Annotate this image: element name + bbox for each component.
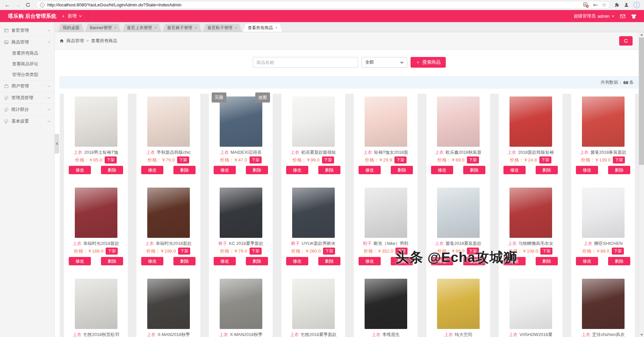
edit-button[interactable]: 修改	[69, 166, 91, 174]
edit-button[interactable]: 修改	[286, 166, 308, 174]
sidebar-subitem-category-types[interactable]: 管理分类类型	[0, 69, 54, 80]
tab[interactable]: 首页裤子管理 ×	[162, 24, 202, 32]
delete-button[interactable]: 删除	[101, 257, 123, 265]
edit-button[interactable]: 修改	[431, 166, 453, 174]
sidebar-subitem-all-products[interactable]: 查看所有商品	[0, 48, 54, 59]
sidebar-subitem-product-comments[interactable]: 查看商品评论	[0, 59, 54, 69]
refresh-button[interactable]	[619, 36, 633, 46]
product-name: 纯大空间	[455, 332, 472, 337]
back-icon[interactable]: ←	[4, 2, 11, 8]
complete-overlay-button[interactable]: 完善	[212, 92, 226, 103]
forward-icon[interactable]: →	[15, 2, 21, 8]
sidebar-collapse-handle[interactable]	[55, 134, 59, 153]
delete-button[interactable]: 删除	[246, 257, 268, 265]
product-image	[147, 188, 190, 238]
product-name: 乞牧2018夏季新款	[301, 332, 336, 337]
delete-button[interactable]: 删除	[101, 166, 123, 174]
edit-button[interactable]: 修改	[503, 166, 526, 174]
tab[interactable]: 首页上衣管理 ×	[122, 24, 161, 32]
reload-icon[interactable]	[25, 2, 32, 7]
delete-button[interactable]: 删除	[463, 257, 485, 265]
extensions-puzzle-icon[interactable]	[614, 2, 620, 8]
product-title: 上衣 X-MAN2018秋季	[219, 332, 262, 337]
bookmark-star-icon[interactable]: ☆	[602, 2, 606, 8]
delete-button[interactable]: 删除	[391, 166, 413, 174]
delete-button[interactable]: 删除	[318, 166, 340, 174]
edit-button[interactable]: 修改	[576, 257, 598, 265]
product-card: 上衣 X-MAN2018秋季 下架 修改 删除	[209, 276, 273, 337]
address-bar[interactable]: i http://localhost:8080/YaoLeGou/ht/Logi…	[36, 1, 610, 9]
password-key-icon[interactable]	[593, 2, 598, 8]
edit-button[interactable]: 修改	[359, 257, 381, 265]
edit-button[interactable]: 修改	[431, 257, 453, 265]
page-scrollbar[interactable]	[639, 32, 644, 337]
sidebar-item-home[interactable]: 首页管理	[0, 25, 54, 36]
delete-button[interactable]: 删除	[536, 257, 558, 265]
edit-button[interactable]: 修改	[286, 257, 308, 265]
product-tag: 上衣	[73, 150, 84, 155]
scroll-down-arrow-icon[interactable]	[639, 332, 644, 337]
tab[interactable]: Banner管理 ×	[85, 24, 121, 32]
delete-button[interactable]: 删除	[608, 257, 630, 265]
tab-label: Banner管理	[90, 25, 112, 31]
results-count: 68	[624, 80, 628, 85]
browser-menu-icon[interactable]: ⋮	[633, 2, 640, 8]
product-actions: 修改 删除	[426, 166, 490, 174]
sidebar-item-stats[interactable]: 统计部分	[0, 104, 54, 115]
scrollbar-thumb[interactable]	[639, 38, 644, 165]
product-name: 乞牧2018秋宽松羽	[83, 332, 119, 337]
mail-icon[interactable]	[620, 13, 626, 19]
sidebar-item-users[interactable]: 用户管理	[0, 80, 54, 92]
edit-button[interactable]: 修改	[69, 257, 91, 265]
delete-button[interactable]: 删除	[536, 166, 558, 174]
edit-button[interactable]: 修改	[576, 166, 598, 174]
product-card: 上衣 乞牧2018秋宽松羽 下架 修改 删除	[64, 276, 128, 337]
edit-button[interactable]: 修改	[503, 257, 526, 265]
tab[interactable]: 查看所有商品 ×	[243, 24, 282, 32]
category-select[interactable]: 全部	[362, 57, 407, 68]
edit-button[interactable]: 修改	[141, 257, 163, 265]
site-info-icon[interactable]: i	[40, 3, 45, 7]
tab[interactable]: 我的桌面	[58, 24, 84, 32]
product-title: 上衣 茵曼2018夏装新款	[435, 241, 482, 246]
results-count-prefix: 共有数据：	[601, 79, 623, 85]
delete-button[interactable]: 删除	[391, 257, 413, 265]
search-products-button[interactable]: ＋ 搜索商品	[411, 57, 446, 68]
product-title: 上衣 幸福时光2018新款	[145, 241, 192, 246]
edit-button[interactable]: 修改	[359, 166, 381, 174]
tab-close-icon[interactable]: ×	[235, 26, 237, 30]
delete-button[interactable]: 删除	[173, 166, 196, 174]
delete-button[interactable]: 删除	[608, 166, 630, 174]
results-count-suffix: 条	[629, 79, 634, 85]
tab[interactable]: 首页鞋子管理 ×	[203, 24, 242, 32]
product-price: 价格：￥79.0	[148, 157, 174, 163]
scroll-up-arrow-icon[interactable]	[639, 32, 644, 37]
product-price: 价格：￥108.0	[509, 248, 538, 254]
change-image-overlay-button[interactable]: 改图	[255, 92, 270, 103]
url-text[interactable]: http://localhost:8080/YaoLeGou/ht/LoginA…	[47, 2, 580, 7]
delete-button[interactable]: 删除	[318, 257, 340, 265]
tshirt-icon[interactable]	[631, 13, 637, 19]
delete-button[interactable]: 删除	[173, 257, 196, 265]
product-title: 上衣 李维屈生	[372, 332, 400, 337]
product-price-row: 价格：￥139.0 下架	[581, 157, 625, 163]
tab-close-icon[interactable]: ×	[114, 26, 116, 30]
extension-blocked-icon[interactable]	[583, 2, 589, 8]
main-area: 我的桌面 Banner管理 × 首页上衣管理 × 首页裤子管理 × 首页鞋子管理…	[55, 22, 644, 337]
tab-close-icon[interactable]: ×	[154, 26, 157, 30]
tab-close-icon[interactable]: ×	[275, 26, 277, 30]
delete-button[interactable]: 删除	[246, 166, 268, 174]
profile-icon[interactable]	[624, 2, 629, 8]
edit-button[interactable]: 修改	[214, 257, 236, 265]
delete-button[interactable]: 删除	[463, 166, 485, 174]
add-new-button[interactable]: ＋ 新增	[55, 10, 88, 22]
sidebar-item-goods[interactable]: 商品管理	[0, 36, 54, 48]
breadcrumb-root[interactable]: 商品管理	[66, 38, 84, 44]
sidebar-item-admins[interactable]: 管理员管理	[0, 92, 54, 104]
edit-button[interactable]: 修改	[214, 166, 236, 174]
edit-button[interactable]: 修改	[141, 166, 163, 174]
product-name-input[interactable]	[253, 57, 358, 68]
user-menu[interactable]: 超级管理员 admin	[574, 13, 614, 19]
sidebar-item-settings[interactable]: 基本设置	[0, 115, 54, 127]
tab-close-icon[interactable]: ×	[195, 26, 197, 30]
